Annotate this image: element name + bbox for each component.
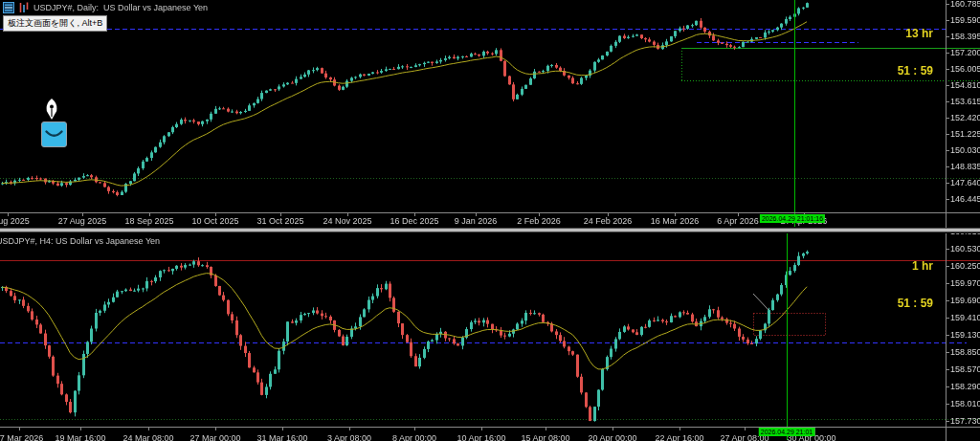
depth-of-market-tooltip: 板注文画面を開く, Alt+B xyxy=(3,15,107,32)
daily-chart-title: USDJPY#, Daily: US Dollar vs Japanese Ye… xyxy=(33,3,208,12)
mt5-chart-window: 160.785159.590158.395157.200156.005154.8… xyxy=(0,0,980,441)
event-time-marker: 2026.04.29 21:01 xyxy=(759,428,815,436)
date-axis-label: 9 Jan 2026 xyxy=(455,216,498,226)
chart-bars-icon[interactable] xyxy=(18,2,30,13)
date-axis-tick xyxy=(82,213,83,216)
date-axis-label: 8 Apr 00:00 xyxy=(392,433,436,441)
price-axis-tick xyxy=(946,20,949,21)
price-axis-tick xyxy=(946,183,949,184)
price-axis-tick xyxy=(946,166,949,167)
price-axis-tick xyxy=(946,266,949,267)
date-axis-label: 10 Oct 2025 xyxy=(191,216,238,226)
date-axis-tick xyxy=(149,213,150,216)
date-axis-label: 3 Apr 08:00 xyxy=(327,433,371,441)
price-axis-label: 160.810 xyxy=(950,233,980,236)
price-axis-tick xyxy=(946,134,949,135)
price-axis-tick xyxy=(946,150,949,151)
h4-chart-title: USDJPY#, H4: US Dollar vs Japanese Yen xyxy=(0,236,160,246)
price-axis-tick xyxy=(946,69,949,70)
price-axis-tick xyxy=(946,249,949,250)
date-axis-label: 31 Mar 16:00 xyxy=(256,433,307,441)
price-axis-tick xyxy=(946,53,949,54)
date-axis-tick xyxy=(282,428,283,430)
date-axis-tick xyxy=(476,213,477,216)
price-axis-tick xyxy=(946,369,949,370)
price-axis-tick xyxy=(946,352,949,353)
price-axis-label: 157.730 xyxy=(950,416,980,426)
daily-candle-countdown: 13 hr 51 : 59 xyxy=(898,3,933,102)
pen-nib-icon xyxy=(45,98,58,124)
daily-chart-header: USDJPY#, Daily: US Dollar vs Japanese Ye… xyxy=(3,2,208,13)
date-axis-tick xyxy=(19,428,20,430)
date-axis-tick xyxy=(347,213,348,216)
date-axis-label: 27 Mar 00:00 xyxy=(189,433,240,441)
date-axis-tick xyxy=(612,428,613,430)
price-axis-label: 158.850 xyxy=(950,347,980,357)
price-axis-label: 159.130 xyxy=(950,330,980,340)
date-axis-label: 17 Mar 2026 xyxy=(0,433,43,441)
price-axis-label: 157.200 xyxy=(950,48,980,57)
price-axis-label: 159.690 xyxy=(950,296,980,305)
countdown-minutes: 51 : 59 xyxy=(898,298,933,310)
date-axis-tick xyxy=(8,213,9,216)
price-axis-label: 160.250 xyxy=(950,261,980,271)
date-axis-tick xyxy=(148,428,149,430)
date-axis-tick xyxy=(215,213,216,216)
price-axis-label: 160.785 xyxy=(950,0,980,9)
date-axis-tick xyxy=(546,428,546,430)
price-axis-label: 159.970 xyxy=(950,278,980,288)
date-axis-label: 2 Feb 2026 xyxy=(517,216,561,226)
date-axis-label: 24 Feb 2026 xyxy=(584,216,633,226)
time-axis-line xyxy=(0,427,980,428)
date-axis-label: 24 Mar 08:00 xyxy=(122,433,173,441)
date-axis-tick xyxy=(414,213,415,216)
date-axis-tick xyxy=(745,428,746,430)
date-axis-label: 15 Apr 08:00 xyxy=(521,433,569,441)
price-axis-label: 156.005 xyxy=(950,64,980,74)
date-axis-label: 27 Aug 2025 xyxy=(58,216,107,226)
event-time-marker: 2026.04.29 21:01:16 xyxy=(760,214,825,223)
date-axis-tick xyxy=(679,428,680,430)
price-axis-tick xyxy=(946,283,949,284)
price-axis-label: 151.225 xyxy=(950,129,980,139)
price-axis-tick xyxy=(946,318,949,319)
date-axis-tick xyxy=(280,213,281,216)
panel-daily-chart: 160.785159.590158.395157.200156.005154.8… xyxy=(0,0,980,228)
price-axis-separator xyxy=(946,0,947,228)
price-axis-label: 153.615 xyxy=(950,97,980,106)
price-axis-label: 158.010 xyxy=(950,399,980,408)
price-axis-label: 158.570 xyxy=(950,364,980,374)
date-axis-label: 6 Aug 2025 xyxy=(0,216,30,226)
countdown-hours: 1 hr xyxy=(898,260,933,273)
date-axis-label: 6 Apr 2026 xyxy=(717,216,759,226)
date-axis-tick xyxy=(80,428,81,430)
countdown-hours: 13 hr xyxy=(898,28,933,40)
price-axis-separator xyxy=(946,233,947,441)
price-axis-label: 158.290 xyxy=(950,382,980,391)
price-axis-label: 160.530 xyxy=(950,244,980,254)
price-axis-tick xyxy=(946,386,949,387)
price-axis-tick xyxy=(946,199,949,200)
price-axis-label: 158.395 xyxy=(950,32,980,41)
date-axis-label: 16 Dec 2025 xyxy=(390,216,438,226)
date-axis-label: 22 Apr 16:00 xyxy=(655,433,703,441)
price-axis-tick xyxy=(946,404,949,405)
arc-object-button[interactable] xyxy=(41,121,67,147)
date-axis-label: 18 Sep 2025 xyxy=(124,216,173,226)
date-axis-tick xyxy=(608,213,609,216)
chart-splitter[interactable] xyxy=(0,228,980,232)
h4-candle-countdown: 1 hr 51 : 59 xyxy=(898,235,933,335)
price-axis-tick xyxy=(946,36,949,37)
h4-chart-header: USDJPY#, H4: US Dollar vs Japanese Yen xyxy=(0,236,160,246)
price-axis-label: 154.810 xyxy=(950,80,980,90)
depth-of-market-icon[interactable] xyxy=(3,2,14,13)
date-axis-tick xyxy=(481,428,482,430)
date-axis-label: 31 Oct 2025 xyxy=(256,216,303,226)
date-axis-label: 16 Mar 2026 xyxy=(651,216,700,226)
arc-icon xyxy=(43,123,65,145)
date-axis-tick xyxy=(675,213,676,216)
date-axis-label: 24 Nov 2025 xyxy=(323,216,371,226)
price-axis-tick xyxy=(946,335,949,336)
date-axis-tick xyxy=(539,213,540,216)
date-axis-label: 10 Apr 16:00 xyxy=(457,433,505,441)
